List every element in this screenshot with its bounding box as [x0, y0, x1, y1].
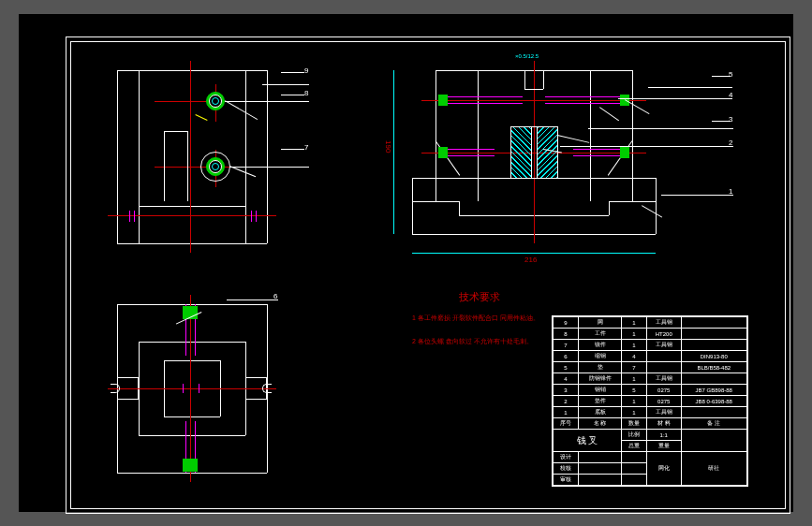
hatch-right	[537, 126, 557, 178]
callout-4: 4	[729, 91, 732, 99]
parts-table: 9网1工具钢 8工件1HT200 7镶件1工具钢 6缩钢4DIN913-80 5…	[553, 316, 747, 486]
runout-label: ×0.5/12.5	[515, 53, 539, 59]
notes-line1: 1 各工件磨损 开裂软件配合口 同用件粘油。	[412, 314, 539, 323]
dim-190: 190	[384, 140, 392, 153]
bolt-lower-right	[564, 147, 629, 158]
bolt-upper-left	[438, 95, 532, 106]
callout-2: 2	[729, 139, 732, 147]
callout-5: 5	[729, 70, 732, 79]
cad-canvas[interactable]: 9 8 7	[19, 14, 793, 512]
dim-216: 216	[524, 256, 537, 264]
callout-3: 3	[729, 115, 732, 124]
bolt-lower-left	[438, 147, 504, 158]
hatch-left	[510, 126, 531, 178]
bolt-head-bottom	[183, 459, 198, 472]
bolt-upper-right	[536, 95, 629, 106]
notes-title: 技术要求	[459, 290, 500, 304]
callout-1: 1	[729, 187, 732, 196]
callout-6: 6	[273, 292, 277, 300]
callout-7: 7	[304, 143, 308, 152]
callout-8: 8	[304, 89, 308, 97]
parts-list-titleblock: 9网1工具钢 8工件1HT200 7镶件1工具钢 6缩钢4DIN913-80 5…	[552, 315, 748, 487]
product-name: 钱 叉	[554, 430, 622, 452]
notes-line2: 2 各位头螺 盘向软过 不允许有十处毛刺。	[412, 337, 533, 346]
callout-9: 9	[304, 66, 308, 75]
